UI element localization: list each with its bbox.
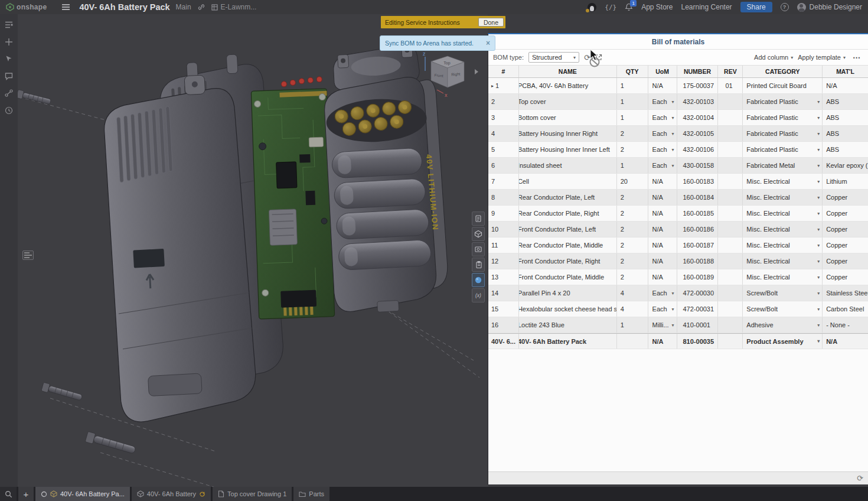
named-views-panel-button[interactable] <box>472 242 485 256</box>
refresh-bom-icon[interactable]: ⟳ <box>857 474 863 482</box>
search-tabs-button[interactable] <box>0 487 17 501</box>
help-icon[interactable]: ? <box>781 3 789 11</box>
assembly-structure-icon[interactable] <box>4 19 14 30</box>
bom-table-row[interactable]: 5 Battery Housing Inner Inner Left 2 Eac… <box>488 142 868 158</box>
bom-cell-qty: 1 <box>617 317 648 333</box>
bom-type-select[interactable]: Structured ▾ <box>528 52 579 63</box>
bom-cell-category: Misc. Electrical▾ <box>743 174 823 189</box>
instance-list-toggle[interactable] <box>22 250 34 260</box>
bom-table-row[interactable]: 6 Insulated sheet 1 Each▾ 430-00158 Fabr… <box>488 158 868 174</box>
bom-table-row[interactable]: 14 Parallel Pin 4 x 20 4 Each▾ 472-00030… <box>488 285 868 301</box>
chevron-down-icon[interactable]: ▾ <box>671 323 676 328</box>
insert-icon[interactable] <box>4 37 14 47</box>
bom-table-row[interactable]: 8 Rear Conductor Plate, Left 2 N/A 160-0… <box>488 190 868 206</box>
bom-table-row[interactable]: 12 Front Conductor Plate, Right 2 N/A 16… <box>488 253 868 269</box>
branch-label[interactable]: Main <box>176 3 191 11</box>
housing-inner-front-part <box>102 73 257 423</box>
bom-table-row[interactable]: 7 Cell 20 N/A 160-00183 Misc. Electrical… <box>488 174 868 190</box>
graphics-viewport[interactable]: 40V LITHIUM-ION Top Front Right z x <box>18 14 488 487</box>
history-icon[interactable] <box>4 105 14 116</box>
chevron-down-icon[interactable]: ▾ <box>817 339 822 344</box>
bom-cell-uom: Each▾ <box>648 126 677 141</box>
comment-icon[interactable] <box>4 71 14 82</box>
chevron-down-icon[interactable]: ▾ <box>817 147 822 152</box>
tab-drawing[interactable]: Top cover Drawing 1 <box>213 487 292 501</box>
bom-table-row[interactable]: 11 Rear Conductor Plate, Middle 2 N/A 16… <box>488 238 868 253</box>
bom-table-row[interactable]: 4 Battery Housing Inner Right 2 Each▾ 43… <box>488 126 868 142</box>
sync-bom-icon[interactable]: ⟳ <box>584 54 590 61</box>
collaborator-avatar[interactable] <box>588 3 596 12</box>
overflow-menu-icon[interactable]: ⋯ <box>853 53 861 62</box>
add-column-button[interactable]: Add column▾ <box>754 54 793 61</box>
bom-table-row[interactable]: 2 Top cover 1 Each▾ 432-00103 Fabricated… <box>488 94 868 110</box>
notes-panel-button[interactable] <box>472 212 485 226</box>
measure-icon[interactable] <box>4 88 14 99</box>
view-cube-top-label[interactable]: Top <box>443 61 450 66</box>
bom-table-row[interactable]: ▸1 PCBA, 40V- 6Ah Battery 1 N/A 175-0003… <box>488 78 868 94</box>
chevron-down-icon[interactable]: ▾ <box>671 115 676 121</box>
chevron-down-icon[interactable]: ▾ <box>817 179 822 184</box>
chevron-down-icon[interactable]: ▾ <box>817 323 822 328</box>
bom-table-row[interactable]: 10 Front Conductor Plate, Left 2 N/A 160… <box>488 222 868 238</box>
onshape-logo[interactable]: onshape <box>6 3 47 11</box>
user-menu[interactable]: Debbie Designer <box>797 3 862 12</box>
z-axis-label: z <box>423 51 426 57</box>
dev-portal-icon[interactable]: {/} <box>605 4 616 11</box>
parts-panel-button[interactable] <box>472 227 485 241</box>
chevron-down-icon[interactable]: ▾ <box>671 99 676 105</box>
bom-panel-button[interactable] <box>472 258 485 272</box>
bom-table-row[interactable]: 13 Front Conductor Plate, Middle 2 N/A 1… <box>488 269 868 285</box>
expand-caret-icon[interactable]: ▸ <box>491 83 494 89</box>
bom-cell-category: Misc. Electrical▾ <box>743 238 823 253</box>
linked-document[interactable]: E-Lawnm... <box>211 3 257 11</box>
variables-panel-button[interactable]: (x) <box>472 288 485 302</box>
bom-cell-material: Copper <box>823 190 868 205</box>
view-cube-menu-icon[interactable] <box>475 69 478 74</box>
bom-table-row[interactable]: 16 Loctite 243 Blue 1 Milli...▾ 410-0001… <box>488 317 868 333</box>
bom-cell-category: Screw/Bolt▾ <box>743 285 823 301</box>
share-button[interactable]: Share <box>740 2 772 12</box>
chevron-down-icon[interactable]: ▾ <box>817 259 822 264</box>
user-avatar <box>797 3 806 12</box>
chevron-down-icon[interactable]: ▾ <box>817 291 822 296</box>
chevron-down-icon[interactable]: ▾ <box>817 211 822 216</box>
chevron-down-icon[interactable]: ▾ <box>817 131 822 136</box>
bom-table-row[interactable]: 9 Rear Conductor Plate, Right 2 N/A 160-… <box>488 206 868 222</box>
chevron-down-icon[interactable]: ▾ <box>817 275 822 280</box>
app-store-link[interactable]: App Store <box>641 3 673 11</box>
chevron-down-icon[interactable]: ▾ <box>817 163 822 168</box>
apply-template-button[interactable]: Apply template▾ <box>798 54 846 61</box>
chevron-down-icon[interactable]: ▾ <box>671 131 676 136</box>
notifications-button[interactable]: 1 <box>625 3 633 11</box>
arena-panel-button[interactable] <box>472 273 485 287</box>
chevron-down-icon[interactable]: ▾ <box>671 307 676 312</box>
chevron-down-icon[interactable]: ▾ <box>671 291 676 296</box>
add-tab-button[interactable]: + <box>18 487 34 501</box>
main-menu-icon[interactable] <box>62 4 70 10</box>
chevron-down-icon[interactable]: ▾ <box>671 147 676 152</box>
chevron-down-icon[interactable]: ▾ <box>817 307 822 312</box>
chevron-down-icon[interactable]: ▾ <box>671 163 676 168</box>
chevron-down-icon[interactable]: ▾ <box>817 99 822 105</box>
tab-parts-folder[interactable]: Parts <box>293 487 329 501</box>
view-cube-front-label[interactable]: Front <box>434 73 443 77</box>
bom-table-row[interactable]: 40V- 6... 40V- 6Ah Battery Pack N/A 810-… <box>488 333 868 349</box>
bom-cell-uom: Each▾ <box>648 301 677 317</box>
close-icon[interactable]: × <box>486 40 490 47</box>
chevron-down-icon[interactable]: ▾ <box>817 195 822 200</box>
learning-center-link[interactable]: Learning Center <box>681 3 732 11</box>
chevron-down-icon[interactable]: ▾ <box>817 115 822 121</box>
bom-table-row[interactable]: 15 Hexalobular socket cheese head s... 4… <box>488 301 868 317</box>
done-button[interactable]: Done <box>478 18 504 27</box>
bom-cell-name: PCBA, 40V- 6Ah Battery <box>519 78 617 93</box>
bom-cell-rev <box>718 110 743 125</box>
tab-assembly[interactable]: 40V- 6Ah Battery <box>132 487 211 501</box>
bom-cell-number: 160-00187 <box>677 238 719 253</box>
select-transform-icon[interactable] <box>4 54 14 64</box>
chevron-down-icon[interactable]: ▾ <box>817 227 822 232</box>
tab-assembly-active[interactable]: 40V- 6Ah Battery Pa... <box>35 487 130 501</box>
link-icon[interactable] <box>197 3 205 11</box>
bom-table-row[interactable]: 3 Bottom cover 1 Each▾ 432-00104 Fabrica… <box>488 110 868 126</box>
open-in-new-icon[interactable] <box>595 54 602 61</box>
chevron-down-icon[interactable]: ▾ <box>817 243 822 248</box>
